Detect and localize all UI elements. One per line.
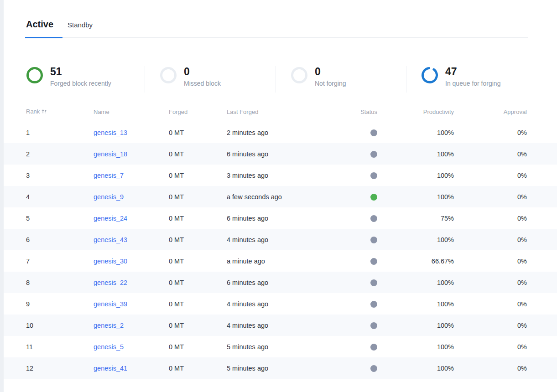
tab-standby[interactable]: Standby	[68, 21, 93, 36]
table-row: 3 genesis_7 0 MT 3 minutes ago 100% 0%	[4, 165, 557, 186]
forged-cell: 0 MT	[169, 143, 227, 165]
column-header-last-forged: Last Forged	[227, 102, 336, 122]
status-dot	[370, 151, 377, 158]
approval-cell: 0%	[454, 315, 557, 336]
forged-cell: 0 MT	[169, 315, 227, 336]
productivity-cell: 100%	[377, 315, 454, 336]
rank-cell: 1	[4, 122, 94, 143]
name-cell: genesis_24	[94, 207, 169, 229]
status-dot	[370, 172, 377, 179]
stat-label: In queue for forging	[445, 80, 500, 87]
status-cell	[336, 272, 377, 293]
rank-cell: 8	[4, 272, 94, 293]
productivity-cell: 100%	[377, 336, 454, 357]
last-forged-cell: a minute ago	[227, 250, 336, 272]
delegates-table: Rank Name Forged Last Forged Status Prod…	[4, 102, 557, 379]
status-dot	[370, 215, 377, 222]
name-cell: genesis_5	[94, 336, 169, 357]
rank-cell: 2	[4, 143, 94, 165]
status-dot	[370, 322, 377, 329]
name-cell: genesis_2	[94, 315, 169, 336]
productivity-cell: 100%	[377, 186, 454, 207]
name-cell: genesis_9	[94, 186, 169, 207]
productivity-cell: 66.67%	[377, 250, 454, 272]
stat-value: 0	[184, 66, 221, 77]
delegate-link[interactable]: genesis_39	[94, 300, 127, 308]
rank-cell: 11	[4, 336, 94, 357]
forged-cell: 0 MT	[169, 165, 227, 186]
rank-cell: 5	[4, 207, 94, 229]
rank-cell: 9	[4, 293, 94, 315]
sort-ascending-icon[interactable]	[42, 108, 47, 115]
tab-active-label: Active	[26, 19, 53, 29]
approval-cell: 0%	[454, 272, 557, 293]
rank-cell: 12	[4, 357, 94, 379]
last-forged-cell: a few seconds ago	[227, 186, 336, 207]
table-row: 6 genesis_43 0 MT 4 minutes ago 100% 0%	[4, 229, 557, 250]
table-row: 2 genesis_18 0 MT 6 minutes ago 100% 0%	[4, 143, 557, 165]
name-cell: genesis_30	[94, 250, 169, 272]
column-header-rank[interactable]: Rank	[4, 102, 94, 122]
productivity-cell: 100%	[377, 143, 454, 165]
column-header-approval: Approval	[454, 102, 557, 122]
rank-cell: 10	[4, 315, 94, 336]
column-header-forged: Forged	[169, 102, 227, 122]
stat-label: Forged block recently	[50, 80, 111, 87]
delegate-link[interactable]: genesis_18	[94, 150, 127, 158]
column-header-status: Status	[336, 102, 377, 122]
delegates-panel: Active Standby 51 Forged block recently …	[4, 0, 557, 392]
approval-cell: 0%	[454, 207, 557, 229]
last-forged-cell: 5 minutes ago	[227, 357, 336, 379]
productivity-cell: 100%	[377, 272, 454, 293]
status-dot	[370, 365, 377, 372]
status-cell	[336, 122, 377, 143]
last-forged-cell: 4 minutes ago	[227, 229, 336, 250]
delegate-link[interactable]: genesis_41	[94, 365, 127, 372]
last-forged-cell: 6 minutes ago	[227, 272, 336, 293]
delegate-link[interactable]: genesis_13	[94, 129, 127, 136]
forged-cell: 0 MT	[169, 186, 227, 207]
status-cell	[336, 250, 377, 272]
table-row: 8 genesis_22 0 MT 6 minutes ago 100% 0%	[4, 272, 557, 293]
productivity-cell: 100%	[377, 293, 454, 315]
status-dot	[370, 194, 377, 201]
delegate-link[interactable]: genesis_24	[94, 215, 127, 222]
status-dot	[370, 237, 377, 243]
queue-ring-icon	[421, 67, 438, 84]
forged-cell: 0 MT	[169, 207, 227, 229]
delegate-link[interactable]: genesis_5	[94, 343, 124, 351]
forged-cell: 0 MT	[169, 122, 227, 143]
delegate-link[interactable]: genesis_22	[94, 279, 127, 286]
last-forged-cell: 6 minutes ago	[227, 143, 336, 165]
stat-label: Missed block	[184, 80, 221, 87]
status-cell	[336, 165, 377, 186]
forged-ring-icon	[26, 67, 43, 84]
delegate-link[interactable]: genesis_43	[94, 236, 127, 243]
stat-value: 51	[50, 66, 111, 77]
forged-cell: 0 MT	[169, 336, 227, 357]
productivity-cell: 100%	[377, 229, 454, 250]
rank-cell: 7	[4, 250, 94, 272]
delegate-link[interactable]: genesis_9	[94, 193, 124, 201]
status-dot	[370, 258, 377, 265]
status-cell	[336, 357, 377, 379]
productivity-cell: 75%	[377, 207, 454, 229]
last-forged-cell: 5 minutes ago	[227, 336, 336, 357]
tab-active[interactable]: Active	[26, 19, 53, 37]
delegate-link[interactable]: genesis_30	[94, 258, 127, 265]
stat-forged-recently: 51 Forged block recently	[26, 66, 145, 93]
table-row: 4 genesis_9 0 MT a few seconds ago 100% …	[4, 186, 557, 207]
delegate-link[interactable]: genesis_7	[94, 172, 124, 179]
productivity-cell: 100%	[377, 165, 454, 186]
column-header-name: Name	[94, 102, 169, 122]
name-cell: genesis_41	[94, 357, 169, 379]
status-dot	[370, 301, 377, 308]
delegate-link[interactable]: genesis_2	[94, 322, 124, 329]
table-row: 9 genesis_39 0 MT 4 minutes ago 100% 0%	[4, 293, 557, 315]
status-cell	[336, 186, 377, 207]
forged-cell: 0 MT	[169, 250, 227, 272]
rank-cell: 6	[4, 229, 94, 250]
last-forged-cell: 3 minutes ago	[227, 165, 336, 186]
column-header-productivity: Productivity	[377, 102, 454, 122]
rank-cell: 3	[4, 165, 94, 186]
